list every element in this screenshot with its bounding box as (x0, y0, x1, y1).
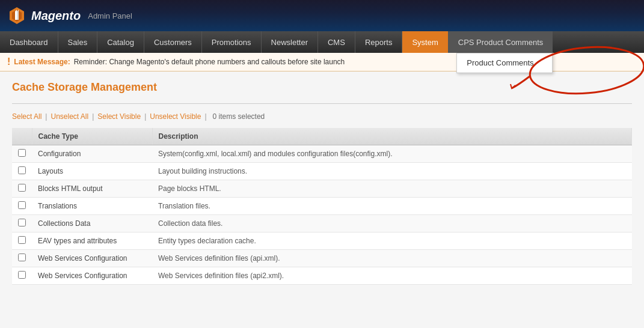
items-selected-count: 0 items selected (213, 112, 265, 121)
table-row: Collections DataCollection data files. (12, 215, 632, 232)
cache-table: Cache Type Description ConfigurationSyst… (12, 128, 632, 285)
alert-label: Latest Message: (14, 58, 70, 66)
alert-icon: ! (7, 56, 10, 67)
row-checkbox[interactable] (18, 236, 26, 244)
svg-rect-2 (15, 11, 17, 20)
nav-item-reports[interactable]: Reports (355, 31, 403, 53)
description-cell: Web Services definition files (api2.xml)… (152, 267, 632, 285)
cache-type-cell: EAV types and attributes (32, 232, 152, 250)
header: Magento Admin Panel (0, 0, 644, 31)
nav-item-sales[interactable]: Sales (58, 31, 98, 53)
col-header-description: Description (152, 128, 632, 145)
sep-4: | (204, 112, 206, 121)
nav-item-catalog[interactable]: Catalog (97, 31, 144, 53)
logo-brand: Magento (31, 9, 81, 23)
row-checkbox[interactable] (18, 271, 26, 279)
svg-rect-3 (17, 11, 19, 20)
cache-type-cell: Web Services Configuration (32, 250, 152, 267)
nav-item-cps[interactable]: CPS Product Comments Product Comments (449, 31, 553, 53)
table-row: Blocks HTML outputPage blocks HTML. (12, 180, 632, 198)
row-checkbox[interactable] (18, 149, 26, 157)
row-checkbox-cell (12, 267, 32, 285)
nav-wrapper: Dashboard Sales Catalog Customers Promot… (0, 31, 644, 53)
table-row: ConfigurationSystem(config.xml, local.xm… (12, 145, 632, 163)
magento-logo-icon (7, 6, 26, 25)
sep-3: | (144, 112, 146, 121)
nav-item-newsletter[interactable]: Newsletter (262, 31, 318, 53)
alert-message: Reminder: Change Magento's default phone… (74, 58, 345, 66)
unselect-all-link[interactable]: Unselect All (51, 112, 88, 121)
row-checkbox-cell (12, 180, 32, 198)
nav-item-cms[interactable]: CMS (318, 31, 355, 53)
row-checkbox-cell (12, 198, 32, 215)
table-row: EAV types and attributesEntity types dec… (12, 232, 632, 250)
row-checkbox[interactable] (18, 219, 26, 226)
row-checkbox[interactable] (18, 166, 26, 174)
nav-item-dashboard[interactable]: Dashboard (0, 31, 58, 53)
cps-dropdown-product-comments[interactable]: Product Comments (457, 53, 552, 73)
cache-type-cell: Collections Data (32, 215, 152, 232)
table-row: Web Services ConfigurationWeb Services d… (12, 267, 632, 285)
nav-item-customers[interactable]: Customers (144, 31, 202, 53)
col-header-cache-type: Cache Type (32, 128, 152, 145)
description-cell: Web Services definition files (api.xml). (152, 250, 632, 267)
row-checkbox-cell (12, 232, 32, 250)
row-checkbox-cell (12, 163, 32, 180)
description-cell: Translation files. (152, 198, 632, 215)
select-all-link[interactable]: Select All (12, 112, 41, 121)
table-header-row: Cache Type Description (12, 128, 632, 145)
row-checkbox-cell (12, 145, 32, 163)
description-cell: Layout building instructions. (152, 163, 632, 180)
page-title: Cache Storage Management (12, 81, 632, 94)
main-content: Cache Storage Management Select All | Un… (0, 71, 644, 294)
table-row: Web Services ConfigurationWeb Services d… (12, 250, 632, 267)
description-cell: Page blocks HTML. (152, 180, 632, 198)
nav-item-system[interactable]: System (402, 31, 448, 53)
logo-subtitle: Admin Panel (88, 11, 132, 20)
logo-area: Magento Admin Panel (7, 6, 132, 25)
sep-2: | (92, 112, 94, 121)
row-checkbox[interactable] (18, 184, 26, 192)
selection-bar: Select All | Unselect All | Select Visib… (12, 109, 632, 124)
description-cell: Entity types declaration cache. (152, 232, 632, 250)
description-cell: Collection data files. (152, 215, 632, 232)
cache-type-cell: Web Services Configuration (32, 267, 152, 285)
cps-dropdown: Product Comments (456, 53, 553, 73)
row-checkbox[interactable] (18, 201, 26, 209)
row-checkbox-cell (12, 215, 32, 232)
table-row: TranslationsTranslation files. (12, 198, 632, 215)
row-checkbox-cell (12, 250, 32, 267)
sep-1: | (45, 112, 47, 121)
cache-type-cell: Blocks HTML output (32, 180, 152, 198)
cache-type-cell: Configuration (32, 145, 152, 163)
description-cell: System(config.xml, local.xml) and module… (152, 145, 632, 163)
unselect-visible-link[interactable]: Unselect Visible (150, 112, 201, 121)
nav-item-promotions[interactable]: Promotions (202, 31, 262, 53)
table-row: LayoutsLayout building instructions. (12, 163, 632, 180)
cache-type-cell: Translations (32, 198, 152, 215)
cache-type-cell: Layouts (32, 163, 152, 180)
select-visible-link[interactable]: Select Visible (97, 112, 141, 121)
col-header-checkbox (12, 128, 32, 145)
main-nav: Dashboard Sales Catalog Customers Promot… (0, 31, 644, 53)
divider (12, 103, 632, 104)
row-checkbox[interactable] (18, 254, 26, 261)
